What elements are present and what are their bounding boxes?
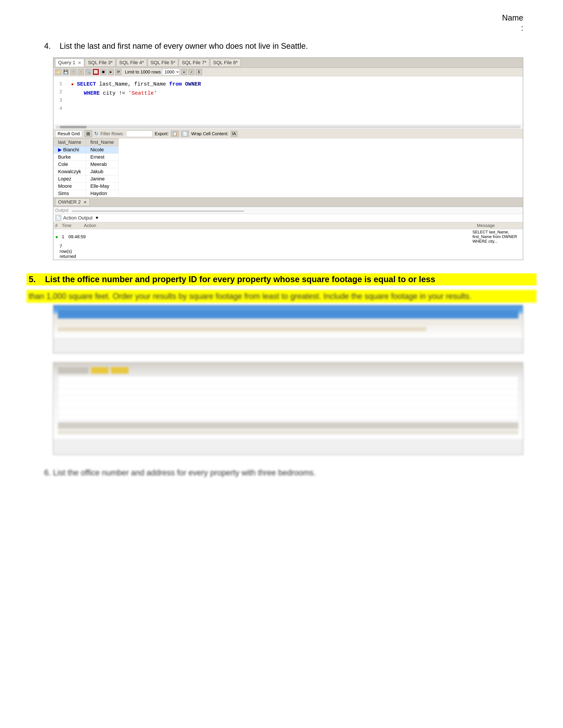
table-row[interactable]: MooreElle-May	[54, 183, 118, 190]
search-icon[interactable]: 🔍	[85, 69, 91, 75]
sql-editor[interactable]: 1 2 3 4 ● SELECT last_Name, first_Name f…	[53, 76, 523, 125]
question-4-number: 4.	[44, 41, 51, 51]
question-5-blurred-text: than 1,000 square feet. Order your resul…	[26, 290, 537, 303]
cell-first-name: Elle-May	[86, 183, 118, 190]
export-xls-icon[interactable]: 📄	[181, 131, 189, 137]
table-row[interactable]: ColeMeerab	[54, 161, 118, 168]
action-row-action: SELECT last_Name, first_Name from OWNER …	[473, 230, 521, 244]
blurred-workbench-q5-result	[53, 362, 523, 455]
check-icon[interactable]: ✓	[188, 69, 194, 75]
execute-current-icon[interactable]: ⚡	[78, 69, 84, 75]
execute-icon[interactable]: ⚡	[70, 69, 76, 75]
output-area: Output ▬▬▬▬▬▬▬▬▬▬▬▬▬▬▬▬▬▬▬▬▬▬▬▬▬▬▬▬▬▬▬▬▬…	[53, 207, 523, 214]
table-row[interactable]: SimsHaydon	[54, 190, 118, 197]
action-output-bar: 📄 Action Output ▼	[53, 214, 523, 222]
action-row-1: ● 1 09:48:59 SELECT last_Name, first_Nam…	[53, 229, 523, 260]
action-dropdown[interactable]: ▼	[96, 216, 98, 221]
limit-label: Limit to 1000 rows	[125, 69, 161, 75]
table-row[interactable]: BurkeErnest	[54, 154, 118, 161]
question-5-block: 5. List the office number and property I…	[26, 273, 537, 455]
output-label: Output	[55, 208, 68, 213]
scrollbar-thumb	[60, 126, 86, 128]
name-label: Name	[502, 13, 523, 22]
line-numbers: 1 2 3 4	[53, 80, 64, 113]
action-row-message: 7 row(s) returned	[60, 244, 62, 259]
result-table: last_Name first_Name ▶BianchiNicoleBurke…	[53, 138, 118, 197]
limit-select[interactable]: 1000	[162, 69, 179, 75]
question-4-block: 4. List the last and first name of every…	[26, 41, 537, 260]
result-toolbar: Result Grid ⊞ ↻ Filter Rows: Export: 📋 📄…	[53, 129, 523, 138]
question-6-block: 6. List the office number and address fo…	[26, 468, 537, 477]
result-grid-tab[interactable]: Result Grid	[55, 130, 82, 137]
tab-sqlfile8[interactable]: SQL File 8*	[210, 59, 241, 67]
question-5-text: List the office number and property ID f…	[45, 275, 435, 284]
cell-first-name: Ernest	[86, 154, 118, 161]
cell-last-name: Cole	[54, 161, 86, 168]
question-5-number: 5.	[29, 275, 36, 284]
tab-sqlfile4[interactable]: SQL File 4*	[116, 59, 147, 67]
cell-first-name: Meerab	[86, 161, 118, 168]
cell-first-name: Nicole	[86, 146, 118, 154]
action-output-label: Action Output	[63, 215, 92, 221]
col-message: Message	[477, 223, 521, 228]
star-icon[interactable]: ★	[181, 69, 187, 75]
editor-scrollbar[interactable]	[53, 125, 523, 129]
filter-label: Filter Rows:	[100, 131, 124, 136]
save-icon[interactable]: 💾	[63, 69, 69, 75]
col-last-name[interactable]: last_Name	[54, 139, 86, 146]
action-table-header: # Time Action Message	[53, 222, 523, 229]
table-row[interactable]: ▶BianchiNicole	[54, 146, 118, 154]
cell-last-name: Kowalczyk	[54, 168, 86, 175]
question-5-highlight: 5. List the office number and property I…	[26, 273, 537, 285]
tab-sqlfile3[interactable]: SQL File 3*	[85, 59, 115, 67]
name-colon: :	[26, 23, 537, 33]
cell-last-name: Lopez	[54, 175, 86, 183]
export-label: Export:	[155, 131, 169, 136]
line1-dot: ●	[71, 82, 74, 87]
col-hash: #	[55, 223, 62, 228]
export-csv-icon[interactable]: 📋	[171, 131, 179, 137]
col-action: Action	[84, 223, 477, 228]
cell-first-name: Jakub	[86, 168, 118, 175]
cell-last-name: Sims	[54, 190, 86, 197]
form-editor-tab[interactable]: ⊞	[84, 130, 92, 137]
table-row[interactable]: LopezJanine	[54, 175, 118, 183]
tab-query1[interactable]: Query 1 ✕	[55, 59, 84, 67]
question-6-blurred: 6. List the office number and address fo…	[44, 468, 537, 477]
owner2-tab[interactable]: OWNER 2 ✕	[55, 198, 90, 206]
tab-sqlfile7[interactable]: SQL File 7*	[179, 59, 209, 67]
action-output-icon: 📄	[55, 215, 61, 221]
bottom-tabs: OWNER 2 ✕	[53, 197, 523, 207]
wrap-label: Wrap Cell Content:	[191, 131, 228, 136]
explain-icon[interactable]: ⬜	[93, 69, 99, 75]
scrollbar-track	[56, 126, 521, 128]
workbench-container: Query 1 ✕ SQL File 3* SQL File 4* SQL Fi…	[53, 57, 523, 260]
info-icon[interactable]: ℹ	[196, 69, 202, 75]
filter-input[interactable]	[126, 131, 152, 137]
cell-last-name: Burke	[54, 154, 86, 161]
owner2-tab-close[interactable]: ✕	[83, 200, 87, 205]
refresh-icon[interactable]: ⟳	[115, 69, 121, 75]
open-icon[interactable]: 📁	[55, 69, 61, 75]
action-row-time: 09:48:59	[68, 234, 477, 239]
wb-tabs: Query 1 ✕ SQL File 3* SQL File 4* SQL Fi…	[53, 58, 523, 68]
cell-first-name: Janine	[86, 175, 118, 183]
colon-label: :	[521, 23, 523, 32]
wrap-icon[interactable]: IA	[231, 131, 237, 137]
cell-first-name: Haydon	[86, 190, 118, 197]
table-row[interactable]: KowalczykJakub	[54, 168, 118, 175]
cell-last-name: Moore	[54, 183, 86, 190]
blurred-workbench-q5-code	[53, 305, 523, 353]
tab-sqlfile5[interactable]: SQL File 5*	[148, 59, 178, 67]
col-first-name[interactable]: first_Name	[86, 139, 118, 146]
wb-toolbar: 📁 💾 ⚡ ⚡ 🔍 ⬜ ⏹ ▶ ⟳ Limit to 1000 rows 100…	[53, 68, 523, 76]
cell-last-name: ▶Bianchi	[54, 146, 86, 154]
sql-code: ● SELECT last_Name, first_Name from OWNE…	[71, 80, 518, 116]
stop-icon[interactable]: ⏹	[100, 69, 106, 75]
refresh-result-icon[interactable]: ↻	[94, 131, 98, 137]
run-icon[interactable]: ▶	[108, 69, 114, 75]
action-success-icon: ●	[55, 234, 62, 240]
question-4-content: List the last and first name of every ow…	[60, 41, 308, 51]
name-header: Name	[26, 13, 537, 23]
question-4-text: 4. List the last and first name of every…	[44, 41, 537, 51]
